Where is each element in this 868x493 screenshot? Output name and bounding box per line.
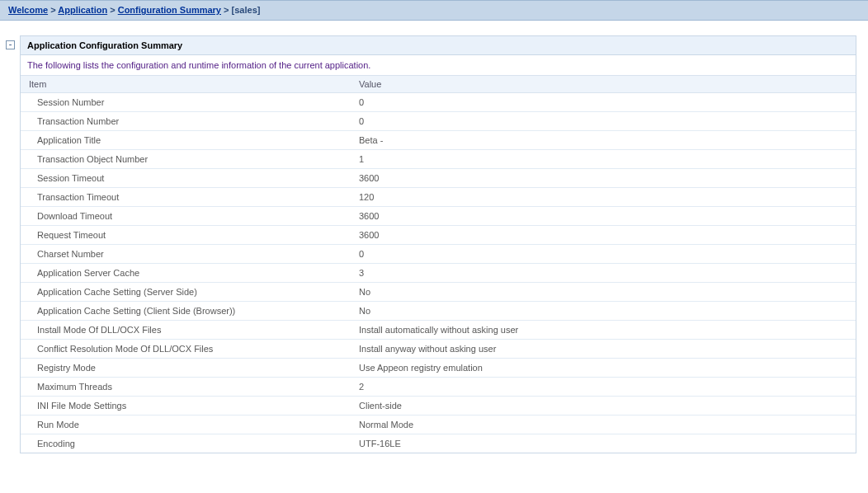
table-row: Registry ModeUse Appeon registry emulati… [21,359,856,378]
cell-item: Session Timeout [21,169,351,187]
cell-value: 3600 [351,207,856,225]
table-row: INI File Mode SettingsClient-side [21,397,856,416]
cell-item: Transaction Object Number [21,150,351,168]
table-row: Application Cache Setting (Server Side)N… [21,283,856,302]
cell-value: UTF-16LE [351,434,856,453]
table-row: Request Timeout3600 [21,226,856,245]
cell-value: 0 [351,93,856,111]
table-row: Transaction Timeout120 [21,188,856,207]
table-header-row: Item Value [21,75,856,93]
breadcrumb-link-application[interactable]: Application [58,5,107,15]
column-header-item: Item [21,76,351,92]
breadcrumb-current: [sales] [232,5,261,15]
cell-item: Registry Mode [21,359,351,377]
breadcrumb: Welcome > Application > Configuration Su… [0,0,868,21]
cell-value: No [351,283,856,301]
breadcrumb-separator: > [224,5,229,15]
cell-item: Download Timeout [21,207,351,225]
table-body: Session Number0Transaction Number0Applic… [21,93,856,453]
breadcrumb-link-config-summary[interactable]: Configuration Summary [118,5,221,15]
cell-value: Client-side [351,397,856,415]
cell-value: No [351,302,856,320]
cell-item: Run Mode [21,416,351,434]
table-row: Download Timeout3600 [21,207,856,226]
table-row: Transaction Object Number1 [21,150,856,169]
panel-title: Application Configuration Summary [21,36,856,55]
cell-item: Application Server Cache [21,264,351,282]
cell-value: 2 [351,378,856,396]
table-row: Install Mode Of DLL/OCX FilesInstall aut… [21,321,856,340]
cell-value: Normal Mode [351,416,856,434]
cell-value: 0 [351,245,856,263]
config-summary-panel: Application Configuration Summary The fo… [20,35,856,453]
table-row: Charset Number0 [21,245,856,264]
table-row: Maximum Threads2 [21,378,856,397]
table-row: Run ModeNormal Mode [21,416,856,434]
cell-item: Application Cache Setting (Client Side (… [21,302,351,320]
cell-item: Charset Number [21,245,351,263]
cell-value: 120 [351,188,856,206]
cell-item: Maximum Threads [21,378,351,396]
cell-item: INI File Mode Settings [21,397,351,415]
cell-item: Session Number [21,93,351,111]
table-row: Conflict Resolution Mode Of DLL/OCX File… [21,340,856,359]
cell-item: Application Title [21,131,351,149]
cell-item: Request Timeout [21,226,351,244]
cell-item: Encoding [21,434,351,453]
table-row: Session Timeout3600 [21,169,856,188]
cell-value: 3600 [351,169,856,187]
cell-value: 3600 [351,226,856,244]
table-row: Application Server Cache3 [21,264,856,283]
cell-value: Beta - [351,131,856,149]
table-row: EncodingUTF-16LE [21,434,856,453]
table-row: Application TitleBeta - [21,131,856,150]
cell-item: Transaction Number [21,112,351,130]
cell-value: 3 [351,264,856,282]
cell-value: Install anyway without asking user [351,340,856,358]
collapse-toggle-icon[interactable]: - [6,40,15,49]
cell-value: Install automatically without asking use… [351,321,856,339]
cell-item: Transaction Timeout [21,188,351,206]
table-row: Transaction Number0 [21,112,856,131]
table-row: Application Cache Setting (Client Side (… [21,302,856,321]
column-header-value: Value [351,76,856,92]
cell-value: Use Appeon registry emulation [351,359,856,377]
breadcrumb-separator: > [50,5,55,15]
breadcrumb-separator: > [110,5,115,15]
cell-item: Application Cache Setting (Server Side) [21,283,351,301]
cell-item: Install Mode Of DLL/OCX Files [21,321,351,339]
panel-description: The following lists the configuration an… [21,55,856,75]
cell-item: Conflict Resolution Mode Of DLL/OCX File… [21,340,351,358]
cell-value: 1 [351,150,856,168]
table-row: Session Number0 [21,93,856,112]
content-area: - Application Configuration Summary The … [0,21,868,462]
cell-value: 0 [351,112,856,130]
breadcrumb-link-welcome[interactable]: Welcome [8,5,48,15]
